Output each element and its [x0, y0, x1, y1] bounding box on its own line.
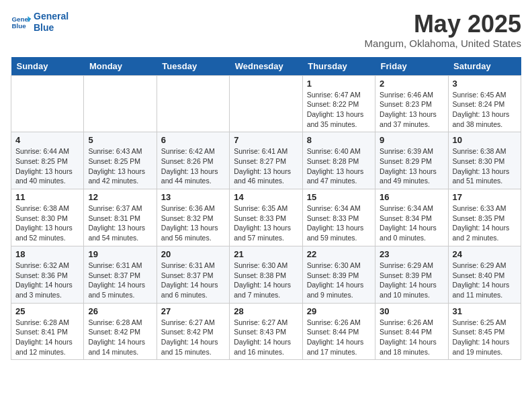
calendar-table: SundayMondayTuesdayWednesdayThursdayFrid…	[11, 57, 521, 361]
day-number: 4	[15, 135, 79, 145]
calendar-cell: 22Sunrise: 6:30 AM Sunset: 8:39 PM Dayli…	[302, 246, 375, 303]
calendar-cell: 1Sunrise: 6:47 AM Sunset: 8:22 PM Daylig…	[302, 75, 375, 132]
day-number: 19	[88, 249, 152, 259]
day-number: 18	[15, 249, 79, 259]
day-number: 26	[88, 306, 152, 316]
day-info: Sunrise: 6:39 AM Sunset: 8:29 PM Dayligh…	[380, 146, 443, 186]
day-number: 24	[453, 249, 517, 259]
calendar-cell: 30Sunrise: 6:26 AM Sunset: 8:44 PM Dayli…	[375, 303, 448, 360]
day-number: 2	[380, 79, 443, 89]
week-row-0: 1Sunrise: 6:47 AM Sunset: 8:22 PM Daylig…	[11, 75, 521, 132]
day-number: 5	[88, 135, 152, 145]
day-number: 6	[161, 135, 225, 145]
calendar-cell: 7Sunrise: 6:41 AM Sunset: 8:27 PM Daylig…	[230, 132, 302, 189]
calendar-cell: 13Sunrise: 6:36 AM Sunset: 8:32 PM Dayli…	[157, 189, 229, 246]
day-info: Sunrise: 6:44 AM Sunset: 8:25 PM Dayligh…	[15, 146, 79, 186]
day-number: 21	[234, 249, 298, 259]
header-day-thursday: Thursday	[302, 57, 375, 76]
calendar-cell: 31Sunrise: 6:25 AM Sunset: 8:45 PM Dayli…	[448, 303, 521, 360]
day-number: 22	[307, 249, 371, 259]
day-number: 10	[453, 135, 517, 145]
calendar-cell: 4Sunrise: 6:44 AM Sunset: 8:25 PM Daylig…	[11, 132, 84, 189]
location: Mangum, Oklahoma, United States	[365, 38, 521, 49]
day-number: 1	[307, 79, 371, 89]
calendar-cell: 17Sunrise: 6:33 AM Sunset: 8:35 PM Dayli…	[448, 189, 521, 246]
day-info: Sunrise: 6:34 AM Sunset: 8:34 PM Dayligh…	[380, 203, 443, 243]
calendar-cell: 27Sunrise: 6:27 AM Sunset: 8:42 PM Dayli…	[157, 303, 229, 360]
day-info: Sunrise: 6:34 AM Sunset: 8:33 PM Dayligh…	[307, 203, 371, 243]
day-number: 14	[234, 192, 298, 202]
day-number: 9	[380, 135, 443, 145]
page-header: General Blue General Blue May 2025 Mangu…	[11, 11, 521, 49]
header-day-monday: Monday	[84, 57, 157, 76]
day-info: Sunrise: 6:46 AM Sunset: 8:23 PM Dayligh…	[380, 90, 443, 130]
day-info: Sunrise: 6:31 AM Sunset: 8:37 PM Dayligh…	[161, 261, 225, 300]
calendar-cell: 12Sunrise: 6:37 AM Sunset: 8:31 PM Dayli…	[84, 189, 157, 246]
day-number: 17	[453, 192, 517, 202]
day-info: Sunrise: 6:45 AM Sunset: 8:24 PM Dayligh…	[453, 90, 517, 130]
calendar-cell	[157, 75, 229, 132]
day-info: Sunrise: 6:37 AM Sunset: 8:31 PM Dayligh…	[88, 203, 152, 243]
day-info: Sunrise: 6:40 AM Sunset: 8:28 PM Dayligh…	[307, 146, 371, 186]
day-info: Sunrise: 6:31 AM Sunset: 8:37 PM Dayligh…	[88, 261, 152, 300]
day-info: Sunrise: 6:27 AM Sunset: 8:42 PM Dayligh…	[161, 318, 225, 357]
calendar-cell: 20Sunrise: 6:31 AM Sunset: 8:37 PM Dayli…	[157, 246, 229, 303]
header-day-sunday: Sunday	[11, 57, 84, 76]
header-day-saturday: Saturday	[448, 57, 521, 76]
day-info: Sunrise: 6:38 AM Sunset: 8:30 PM Dayligh…	[15, 203, 79, 243]
calendar-cell: 25Sunrise: 6:28 AM Sunset: 8:41 PM Dayli…	[11, 303, 84, 360]
calendar-cell: 6Sunrise: 6:42 AM Sunset: 8:26 PM Daylig…	[157, 132, 229, 189]
day-info: Sunrise: 6:27 AM Sunset: 8:43 PM Dayligh…	[234, 318, 298, 357]
calendar-cell: 26Sunrise: 6:28 AM Sunset: 8:42 PM Dayli…	[84, 303, 157, 360]
day-info: Sunrise: 6:32 AM Sunset: 8:36 PM Dayligh…	[15, 261, 79, 300]
calendar-cell: 19Sunrise: 6:31 AM Sunset: 8:37 PM Dayli…	[84, 246, 157, 303]
day-info: Sunrise: 6:26 AM Sunset: 8:44 PM Dayligh…	[307, 318, 371, 357]
day-number: 27	[161, 306, 225, 316]
day-number: 30	[380, 306, 443, 316]
calendar-cell: 24Sunrise: 6:29 AM Sunset: 8:40 PM Dayli…	[448, 246, 521, 303]
day-number: 16	[380, 192, 443, 202]
day-number: 31	[453, 306, 517, 316]
day-number: 25	[15, 306, 79, 316]
calendar-cell	[84, 75, 157, 132]
day-number: 13	[161, 192, 225, 202]
day-info: Sunrise: 6:30 AM Sunset: 8:39 PM Dayligh…	[307, 261, 371, 300]
day-info: Sunrise: 6:28 AM Sunset: 8:41 PM Dayligh…	[15, 318, 79, 357]
calendar-cell: 18Sunrise: 6:32 AM Sunset: 8:36 PM Dayli…	[11, 246, 84, 303]
logo-text: General Blue	[34, 11, 69, 34]
calendar-cell: 21Sunrise: 6:30 AM Sunset: 8:38 PM Dayli…	[230, 246, 302, 303]
calendar-cell: 28Sunrise: 6:27 AM Sunset: 8:43 PM Dayli…	[230, 303, 302, 360]
day-number: 20	[161, 249, 225, 259]
calendar-cell: 2Sunrise: 6:46 AM Sunset: 8:23 PM Daylig…	[375, 75, 448, 132]
day-info: Sunrise: 6:42 AM Sunset: 8:26 PM Dayligh…	[161, 146, 225, 186]
day-info: Sunrise: 6:29 AM Sunset: 8:40 PM Dayligh…	[453, 261, 517, 300]
calendar-cell: 5Sunrise: 6:43 AM Sunset: 8:25 PM Daylig…	[84, 132, 157, 189]
calendar-cell: 29Sunrise: 6:26 AM Sunset: 8:44 PM Dayli…	[302, 303, 375, 360]
day-number: 7	[234, 135, 298, 145]
day-number: 12	[88, 192, 152, 202]
week-row-3: 18Sunrise: 6:32 AM Sunset: 8:36 PM Dayli…	[11, 246, 521, 303]
day-number: 28	[234, 306, 298, 316]
calendar-cell: 10Sunrise: 6:38 AM Sunset: 8:30 PM Dayli…	[448, 132, 521, 189]
header-day-tuesday: Tuesday	[157, 57, 229, 76]
day-info: Sunrise: 6:26 AM Sunset: 8:44 PM Dayligh…	[380, 318, 443, 357]
week-row-1: 4Sunrise: 6:44 AM Sunset: 8:25 PM Daylig…	[11, 132, 521, 189]
day-number: 8	[307, 135, 371, 145]
month-title: May 2025	[365, 11, 521, 38]
day-info: Sunrise: 6:30 AM Sunset: 8:38 PM Dayligh…	[234, 261, 298, 300]
svg-text:Blue: Blue	[12, 22, 27, 30]
header-row: SundayMondayTuesdayWednesdayThursdayFrid…	[11, 57, 521, 76]
calendar-cell: 3Sunrise: 6:45 AM Sunset: 8:24 PM Daylig…	[448, 75, 521, 132]
calendar-cell: 23Sunrise: 6:29 AM Sunset: 8:39 PM Dayli…	[375, 246, 448, 303]
calendar-cell	[11, 75, 84, 132]
day-info: Sunrise: 6:43 AM Sunset: 8:25 PM Dayligh…	[88, 146, 152, 186]
week-row-2: 11Sunrise: 6:38 AM Sunset: 8:30 PM Dayli…	[11, 189, 521, 246]
day-number: 15	[307, 192, 371, 202]
calendar-cell: 8Sunrise: 6:40 AM Sunset: 8:28 PM Daylig…	[302, 132, 375, 189]
header-day-friday: Friday	[375, 57, 448, 76]
calendar-cell: 14Sunrise: 6:35 AM Sunset: 8:33 PM Dayli…	[230, 189, 302, 246]
day-number: 29	[307, 306, 371, 316]
day-info: Sunrise: 6:36 AM Sunset: 8:32 PM Dayligh…	[161, 203, 225, 243]
day-info: Sunrise: 6:35 AM Sunset: 8:33 PM Dayligh…	[234, 203, 298, 243]
calendar-cell: 9Sunrise: 6:39 AM Sunset: 8:29 PM Daylig…	[375, 132, 448, 189]
